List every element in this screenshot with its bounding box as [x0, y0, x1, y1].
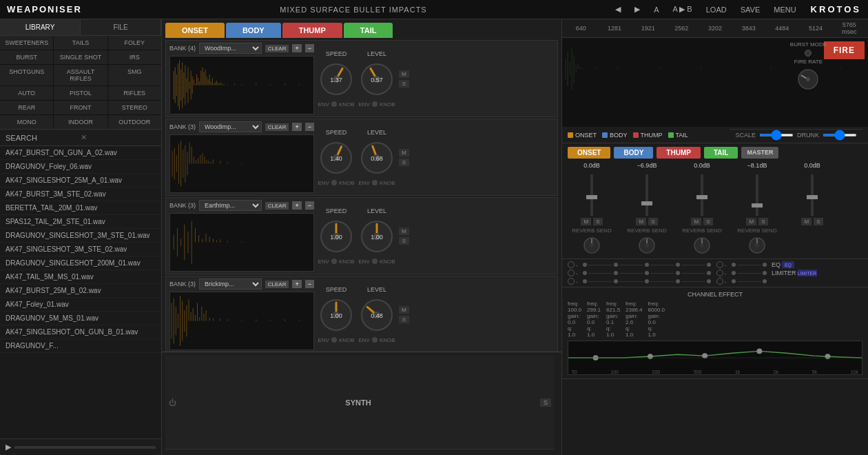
fx-dot[interactable] — [614, 263, 618, 267]
level-knob[interactable]: 0.48 — [358, 296, 395, 334]
level-knob[interactable]: 0.68 — [358, 139, 395, 176]
tab-onset[interactable]: ONSET — [165, 23, 225, 38]
level-env-dot[interactable] — [372, 101, 378, 107]
tab-file[interactable]: FILE — [81, 19, 161, 35]
fx-dot[interactable] — [732, 271, 736, 275]
level-env-dot[interactable] — [372, 337, 378, 343]
add-button[interactable]: + — [292, 201, 301, 210]
fader-thumb[interactable] — [586, 195, 597, 199]
fx-power-btn[interactable] — [716, 261, 723, 268]
bank-select[interactable]: EarthImp... — [199, 200, 262, 211]
save-button[interactable]: SAVE — [736, 4, 765, 15]
cat-irs[interactable]: IRS — [108, 50, 161, 64]
m-button[interactable]: M — [399, 306, 409, 314]
level-knob[interactable]: 0.57 — [358, 61, 395, 98]
play-icon[interactable]: ▶ — [6, 443, 11, 452]
fx-dot[interactable] — [645, 263, 649, 267]
s-button[interactable]: S — [399, 316, 409, 323]
speed-knob[interactable]: 1.37 — [318, 61, 355, 98]
fx-dot[interactable] — [763, 263, 767, 267]
fx-dot[interactable] — [583, 271, 587, 275]
fx-dot[interactable] — [583, 279, 587, 283]
remove-button[interactable]: − — [305, 123, 314, 131]
fx-dot[interactable] — [614, 279, 618, 283]
list-item[interactable]: AK47_BURST_ON_GUN_A_02.wav — [0, 146, 161, 160]
fire-rate-knob[interactable] — [796, 67, 820, 92]
channel-s-btn[interactable]: S — [758, 218, 767, 225]
cat-stereo[interactable]: STEREO — [108, 101, 161, 114]
bank-select[interactable]: WoodImp... — [199, 121, 262, 132]
s-button[interactable]: S — [399, 159, 409, 166]
reverb-knob[interactable] — [747, 236, 767, 255]
fx-power-btn[interactable] — [568, 270, 575, 276]
speed-env-dot[interactable] — [331, 101, 337, 107]
speed-env-dot[interactable] — [331, 180, 337, 185]
list-item[interactable]: AK47_BURST_3M_STE_02.wav — [0, 188, 161, 201]
clear-button[interactable]: CLEAR — [265, 202, 289, 210]
cat-smg[interactable]: SMG — [108, 65, 161, 85]
fx-dot[interactable] — [614, 271, 618, 275]
cat-tails[interactable]: TAILS — [54, 36, 107, 50]
remove-button[interactable]: − — [305, 280, 314, 288]
mixer-tab-thump[interactable]: THUMP — [657, 147, 701, 159]
mixer-tab-onset[interactable]: ONSET — [568, 147, 610, 159]
fx-dot[interactable] — [676, 263, 680, 267]
list-item[interactable]: DRAGUNOV_SINGLESHOT_3M_STE_01.wav — [0, 229, 161, 243]
speed-env-dot[interactable] — [331, 259, 337, 264]
fx-dot[interactable] — [676, 271, 680, 275]
cat-assault-rifles[interactable]: ASSAULT RIFLES — [54, 65, 107, 85]
cat-indoor[interactable]: INDOOR — [54, 115, 107, 129]
load-button[interactable]: LOAD — [702, 4, 731, 15]
fire-button[interactable]: FIRE — [824, 41, 865, 59]
speed-knob[interactable]: 1.40 — [318, 139, 355, 176]
add-button[interactable]: + — [292, 44, 301, 52]
limiter-toggle[interactable]: LIMITER — [798, 270, 817, 276]
cat-outdoor[interactable]: OUTDOOR — [108, 115, 161, 129]
cat-front[interactable]: FRONT — [54, 101, 107, 114]
fx-dot[interactable] — [732, 279, 736, 283]
cat-foley[interactable]: FOLEY — [108, 36, 161, 50]
m-button[interactable]: M — [399, 70, 409, 78]
mixer-tab-tail[interactable]: TAIL — [704, 147, 738, 159]
cat-single-shot[interactable]: SINGLE SHOT — [54, 50, 107, 64]
ab-button[interactable]: A ▶ B — [669, 3, 696, 15]
cat-rear[interactable]: REAR — [0, 101, 53, 114]
level-env-dot[interactable] — [372, 180, 378, 185]
fx-dot[interactable] — [707, 271, 711, 275]
clear-button[interactable]: CLEAR — [265, 123, 289, 131]
mixer-tab-master[interactable]: MASTER — [741, 147, 778, 159]
prev-button[interactable]: ◀ — [611, 3, 625, 15]
level-env-dot[interactable] — [372, 259, 378, 264]
fx-power-btn[interactable] — [716, 270, 723, 276]
playback-scrubber[interactable] — [14, 446, 156, 449]
fx-dot[interactable] — [645, 271, 649, 275]
fx-dot[interactable] — [763, 271, 767, 275]
list-item[interactable]: DRAGUNOV_F... — [0, 339, 161, 353]
fx-dot[interactable] — [645, 279, 649, 283]
fx-dot[interactable] — [707, 279, 711, 283]
add-button[interactable]: + — [292, 123, 301, 131]
fader-track[interactable] — [811, 174, 814, 216]
list-item[interactable]: DRAGUNOV_5M_MS_01.wav — [0, 312, 161, 325]
list-item[interactable]: DRAGUNOV_SINGLESHOT_200M_01.wav — [0, 256, 161, 270]
a-button[interactable]: A — [650, 4, 663, 15]
channel-s-btn[interactable]: S — [648, 218, 657, 225]
fader-thumb[interactable] — [752, 203, 763, 208]
list-item[interactable]: AK47_SINGLESHOT_3M_STE_02.wav — [0, 243, 161, 256]
burst-mode-toggle[interactable] — [805, 50, 812, 57]
channel-s-btn[interactable]: S — [703, 218, 712, 225]
next-button[interactable]: ▶ — [630, 3, 644, 15]
speed-knob[interactable]: 1.00 — [318, 218, 355, 255]
cat-shotguns[interactable]: SHOTGUNS — [0, 65, 53, 85]
bank-select[interactable]: WoodImp... — [199, 43, 262, 54]
fader-track[interactable] — [756, 174, 758, 216]
fader-thumb[interactable] — [807, 195, 818, 199]
synth-s-button[interactable]: S — [540, 398, 551, 407]
fx-dot[interactable] — [707, 263, 711, 267]
channel-s-btn[interactable]: S — [593, 218, 602, 225]
channel-m-btn[interactable]: M — [801, 218, 812, 225]
add-button[interactable]: + — [292, 280, 301, 288]
clear-button[interactable]: CLEAR — [265, 281, 289, 288]
channel-s-btn[interactable]: S — [814, 218, 823, 225]
list-item[interactable]: AK47_BURST_25M_B_02.wav — [0, 284, 161, 298]
